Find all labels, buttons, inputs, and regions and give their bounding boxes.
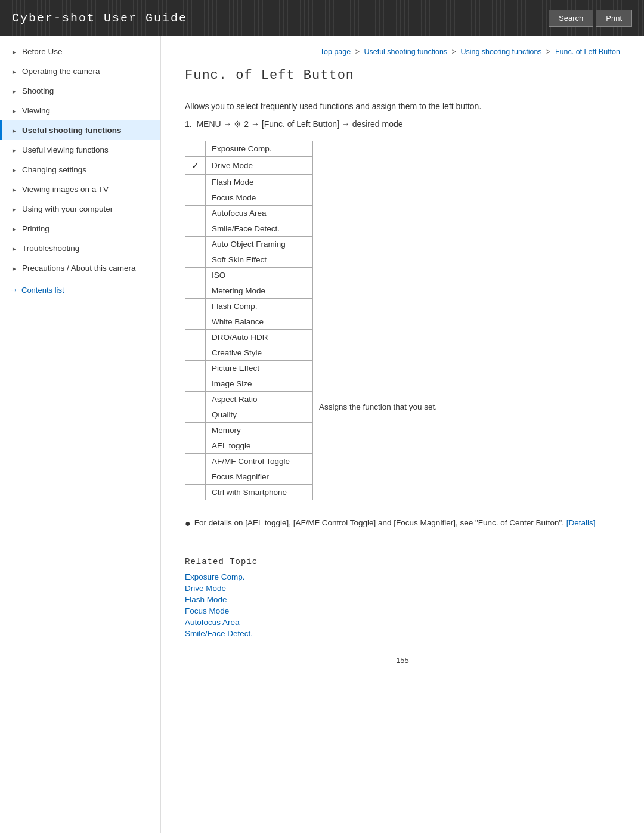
chevron-right-icon: ► [11, 128, 17, 134]
row-name-cell: Aspect Ratio [206, 392, 313, 407]
page-description: Allows you to select frequently used fun… [185, 101, 620, 111]
sidebar-item-label: Operating the camera [22, 67, 100, 76]
related-section: Related Topic Exposure Comp.Drive ModeFl… [185, 547, 620, 638]
row-icon-cell [185, 206, 206, 221]
main-content: Top page > Useful shooting functions > U… [161, 36, 644, 833]
header-buttons: Search Print [549, 10, 632, 27]
sidebar-item-label: Before Use [22, 47, 63, 56]
sidebar-item-tv[interactable]: ► Viewing images on a TV [0, 179, 160, 199]
row-icon-cell [185, 190, 206, 206]
row-icon-cell [185, 175, 206, 190]
row-name-cell: Creative Style [206, 345, 313, 361]
breadcrumb-top[interactable]: Top page [320, 48, 351, 56]
row-name-cell: Soft Skin Effect [206, 252, 313, 268]
row-name-cell: Flash Comp. [206, 299, 313, 314]
table-row: Exposure Comp. [185, 141, 444, 157]
row-icon-cell [185, 314, 206, 330]
row-icon-cell [185, 485, 206, 500]
row-name-cell: Memory [206, 423, 313, 438]
breadcrumb-sep: > [546, 48, 550, 56]
row-name-cell: Exposure Comp. [206, 141, 313, 157]
breadcrumb-sep: > [355, 48, 360, 56]
row-icon-cell [185, 376, 206, 392]
sidebar-item-label: Useful viewing functions [22, 145, 109, 154]
chevron-right-icon: ► [11, 49, 17, 55]
row-name-cell: Flash Mode [206, 175, 313, 190]
row-name-cell: DRO/Auto HDR [206, 330, 313, 345]
breadcrumb-sep: > [452, 48, 456, 56]
breadcrumb-useful-shooting[interactable]: Useful shooting functions [364, 48, 447, 56]
sidebar-item-label: Viewing images on a TV [22, 185, 109, 194]
app-title: Cyber-shot User Guide [12, 11, 187, 25]
note-text: For details on [AEL toggle], [AF/MF Cont… [194, 518, 596, 529]
page-number: 155 [185, 656, 620, 665]
arrow-right-icon: → [10, 285, 18, 295]
related-link-item[interactable]: Autofocus Area [185, 618, 620, 627]
related-link-item[interactable]: Flash Mode [185, 595, 620, 604]
chevron-right-icon: ► [11, 265, 17, 271]
sidebar-item-label: Useful shooting functions [22, 126, 122, 135]
sidebar-item-label: Shooting [22, 86, 54, 95]
related-link-item[interactable]: Smile/Face Detect. [185, 629, 620, 638]
chevron-right-icon: ► [11, 69, 17, 75]
sidebar-item-changing-settings[interactable]: ► Changing settings [0, 160, 160, 179]
contents-list-link[interactable]: → Contents list [0, 278, 160, 302]
row-icon-cell: ✓ [185, 157, 206, 175]
table-row: White BalanceAssigns the function that y… [185, 314, 444, 330]
row-icon-cell [185, 252, 206, 268]
row-name-cell: Ctrl with Smartphone [206, 485, 313, 500]
sidebar-item-precautions[interactable]: ► Precautions / About this camera [0, 258, 160, 278]
row-icon-cell [185, 345, 206, 361]
row-icon-cell [185, 221, 206, 237]
row-desc-cell: Assigns the function that you set. [313, 314, 444, 500]
row-icon-cell [185, 299, 206, 314]
sidebar-item-viewing[interactable]: ► Viewing [0, 101, 160, 120]
row-name-cell: AF/MF Control Toggle [206, 454, 313, 469]
sidebar: ► Before Use ► Operating the camera ► Sh… [0, 36, 161, 833]
row-name-cell: AEL toggle [206, 438, 313, 454]
row-name-cell: Auto Object Framing [206, 237, 313, 252]
sidebar-item-printing[interactable]: ► Printing [0, 219, 160, 239]
row-icon-cell [185, 469, 206, 485]
chevron-right-icon: ► [11, 147, 17, 153]
sidebar-item-useful-shooting[interactable]: ► Useful shooting functions [0, 120, 160, 140]
chevron-right-icon: ► [11, 206, 17, 212]
print-button[interactable]: Print [596, 10, 632, 27]
header: Cyber-shot User Guide Search Print [0, 0, 644, 36]
row-name-cell: Metering Mode [206, 283, 313, 299]
row-name-cell: ISO [206, 268, 313, 283]
row-name-cell: Focus Mode [206, 190, 313, 206]
sidebar-item-label: Viewing [22, 106, 50, 115]
sidebar-item-before-use[interactable]: ► Before Use [0, 42, 160, 61]
sidebar-item-operating[interactable]: ► Operating the camera [0, 61, 160, 81]
search-button[interactable]: Search [549, 10, 593, 27]
related-link-item[interactable]: Drive Mode [185, 584, 620, 593]
note-section: ● For details on [AEL toggle], [AF/MF Co… [185, 518, 620, 529]
row-icon-cell [185, 454, 206, 469]
sidebar-item-shooting[interactable]: ► Shooting [0, 81, 160, 101]
row-icon-cell [185, 361, 206, 376]
related-link-item[interactable]: Focus Mode [185, 606, 620, 615]
sidebar-item-label: Precautions / About this camera [22, 264, 136, 272]
chevron-right-icon: ► [11, 108, 17, 114]
row-icon-cell [185, 237, 206, 252]
related-link-item[interactable]: Exposure Comp. [185, 572, 620, 581]
details-link[interactable]: [Details] [566, 518, 596, 527]
related-links-container: Exposure Comp.Drive ModeFlash ModeFocus … [185, 572, 620, 638]
breadcrumb-using-shooting[interactable]: Using shooting functions [460, 48, 541, 56]
row-name-cell: Focus Magnifier [206, 469, 313, 485]
chevron-right-icon: ► [11, 88, 17, 94]
sidebar-item-troubleshooting[interactable]: ► Troubleshooting [0, 239, 160, 258]
check-icon: ✓ [191, 160, 199, 171]
bullet-icon: ● [185, 518, 191, 529]
breadcrumb: Top page > Useful shooting functions > U… [185, 48, 620, 56]
chevron-right-icon: ► [11, 187, 17, 193]
row-desc-cell [313, 141, 444, 314]
chevron-right-icon: ► [11, 246, 17, 252]
breadcrumb-current: Func. of Left Button [555, 48, 620, 56]
sidebar-item-label: Printing [22, 224, 49, 233]
page-title: Func. of Left Button [185, 68, 620, 89]
sidebar-item-computer[interactable]: ► Using with your computer [0, 199, 160, 219]
sidebar-item-useful-viewing[interactable]: ► Useful viewing functions [0, 140, 160, 160]
sidebar-item-label: Troubleshooting [22, 244, 79, 253]
